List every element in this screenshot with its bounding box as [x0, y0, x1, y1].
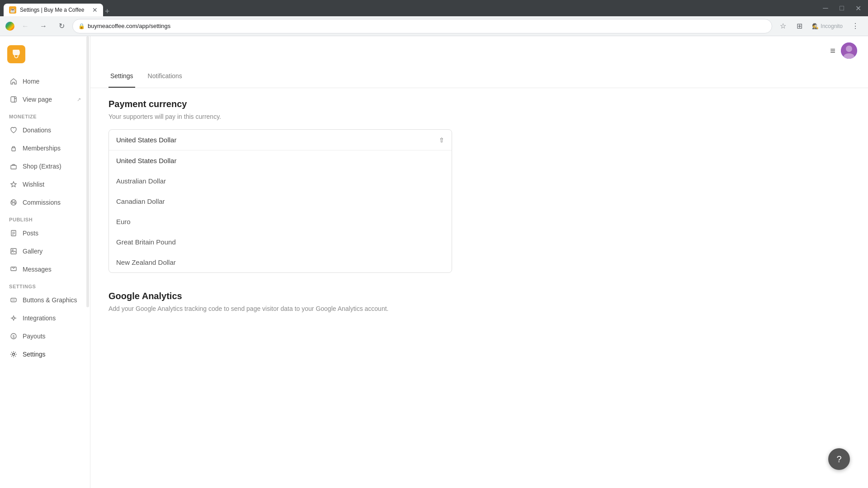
address-text: buymeacoffee.com/app/settings	[88, 23, 766, 29]
sidebar-scrollbar[interactable]	[86, 36, 89, 307]
sidebar-item-integrations[interactable]: Integrations	[0, 309, 90, 327]
incognito-icon: 🕵	[812, 23, 819, 29]
incognito-badge: 🕵 Incognito	[808, 19, 846, 33]
posts-label: Posts	[23, 230, 38, 237]
integrations-icon	[9, 314, 18, 323]
sidebar-menu: Home View page ↗ MONETIZE Donations	[0, 72, 90, 488]
settings-nav-label: Settings	[23, 351, 46, 358]
main-wrapper: ≡ Settings Notifications Payment currenc…	[90, 36, 868, 488]
shop-label: Shop (Extras)	[23, 163, 61, 170]
currency-option-aud[interactable]: Australian Dollar	[109, 171, 452, 191]
app-header: ≡	[90, 36, 868, 65]
header-right: ≡	[830, 42, 857, 59]
maximize-button[interactable]: □	[835, 2, 848, 14]
home-icon	[9, 77, 18, 86]
sidebar-item-wishlist[interactable]: Wishlist	[0, 175, 90, 193]
sidebar-item-view-page[interactable]: View page ↗	[0, 90, 90, 108]
help-button[interactable]: ?	[828, 448, 850, 470]
forward-button[interactable]: →	[36, 19, 51, 33]
sidebar-item-payouts[interactable]: $ Payouts	[0, 327, 90, 345]
payment-currency-title: Payment currency	[108, 99, 479, 109]
payouts-label: Payouts	[23, 333, 46, 340]
svg-rect-2	[12, 148, 15, 151]
svg-point-17	[13, 317, 15, 319]
logo-icon	[7, 45, 25, 63]
content-area: Payment currency Your supporters will pa…	[90, 88, 497, 332]
sidebar-item-commissions[interactable]: Commissions	[0, 193, 90, 211]
google-analytics-title: Google Analytics	[108, 291, 479, 301]
tab-title: Settings | Buy Me a Coffee	[20, 7, 89, 13]
sidebar-item-donations[interactable]: Donations	[0, 121, 90, 139]
tab-favicon: ☕	[9, 6, 16, 14]
svg-rect-3	[11, 165, 16, 169]
memberships-icon	[9, 144, 18, 153]
sidebar-logo	[0, 36, 90, 72]
commissions-label: Commissions	[23, 199, 61, 206]
currency-option-cad[interactable]: Canadian Dollar	[109, 191, 452, 211]
tab-notifications[interactable]: Notifications	[146, 65, 184, 88]
gallery-icon	[9, 247, 18, 256]
more-button[interactable]: ⋮	[848, 19, 863, 33]
browser-tabs: ☕ Settings | Buy Me a Coffee ✕ +	[4, 0, 110, 16]
back-button[interactable]: ←	[18, 19, 33, 33]
svg-point-22	[846, 46, 852, 52]
payment-currency-description: Your supporters will pay in this currenc…	[108, 113, 479, 120]
hamburger-button[interactable]: ≡	[830, 46, 835, 56]
reload-button[interactable]: ↻	[54, 19, 69, 33]
sidebar-item-memberships[interactable]: Memberships	[0, 139, 90, 157]
toolbar-actions: ☆ ⊞ 🕵 Incognito ⋮	[776, 19, 863, 33]
browser-chrome: ☕ Settings | Buy Me a Coffee ✕ + ─ □ ✕	[0, 0, 868, 16]
currency-option-nzd[interactable]: New Zealand Dollar	[109, 252, 452, 272]
google-icon	[5, 22, 14, 31]
active-tab[interactable]: ☕ Settings | Buy Me a Coffee ✕	[4, 4, 103, 16]
incognito-label: Incognito	[821, 23, 843, 29]
google-analytics-section: Google Analytics Add your Google Analyti…	[108, 291, 479, 312]
dropdown-list: United States Dollar Australian Dollar C…	[109, 150, 452, 272]
integrations-label: Integrations	[23, 314, 56, 322]
avatar[interactable]	[841, 42, 857, 59]
browser-toolbar: ← → ↻ 🔒 buymeacoffee.com/app/settings ☆ …	[0, 16, 868, 36]
sidebar-item-settings[interactable]: Settings	[0, 345, 90, 363]
sidebar-item-gallery[interactable]: Gallery	[0, 242, 90, 260]
donations-icon	[9, 126, 18, 135]
view-page-label: View page	[23, 96, 52, 103]
donations-label: Donations	[23, 127, 51, 134]
wishlist-label: Wishlist	[23, 181, 44, 188]
lock-icon: 🔒	[78, 23, 85, 29]
currency-option-gbp[interactable]: Great Britain Pound	[109, 232, 452, 252]
address-bar[interactable]: 🔒 buymeacoffee.com/app/settings	[72, 19, 772, 33]
sidebar: Home View page ↗ MONETIZE Donations	[0, 36, 90, 488]
svg-point-20	[13, 353, 15, 356]
currency-dropdown[interactable]: United States Dollar ⇧ United States Dol…	[108, 129, 452, 273]
sidebar-item-posts[interactable]: Posts	[0, 224, 90, 242]
buttons-graphics-label: Buttons & Graphics	[23, 296, 77, 304]
sidebar-item-messages[interactable]: Messages	[0, 260, 90, 278]
sidebar-item-home[interactable]: Home	[0, 72, 90, 90]
tab-close-button[interactable]: ✕	[92, 6, 98, 14]
svg-point-5	[12, 201, 13, 202]
sidebar-item-shop[interactable]: Shop (Extras)	[0, 157, 90, 175]
tab-settings[interactable]: Settings	[108, 65, 135, 88]
home-label: Home	[23, 78, 39, 85]
settings-nav-icon	[9, 350, 18, 359]
memberships-label: Memberships	[23, 145, 61, 152]
extension-button[interactable]: ⊞	[792, 19, 807, 33]
minimize-button[interactable]: ─	[819, 2, 832, 14]
sidebar-item-buttons-graphics[interactable]: Buttons & Graphics	[0, 291, 90, 309]
currency-option-eur[interactable]: Euro	[109, 211, 452, 232]
monetize-section-label: MONETIZE	[0, 108, 90, 121]
gallery-label: Gallery	[23, 248, 42, 255]
svg-point-6	[14, 202, 16, 204]
close-button[interactable]: ✕	[852, 2, 864, 14]
svg-rect-1	[11, 97, 16, 102]
shop-icon	[9, 162, 18, 171]
currency-option-usd[interactable]: United States Dollar	[109, 150, 452, 171]
external-link-icon: ↗	[77, 97, 81, 103]
posts-icon	[9, 229, 18, 238]
main-content: Payment currency Your supporters will pa…	[90, 88, 868, 488]
new-tab-button[interactable]: +	[105, 7, 110, 16]
tabs-bar: Settings Notifications	[90, 65, 868, 88]
messages-icon	[9, 265, 18, 274]
bookmark-button[interactable]: ☆	[776, 19, 790, 33]
dropdown-selected-value[interactable]: United States Dollar ⇧	[109, 130, 452, 150]
